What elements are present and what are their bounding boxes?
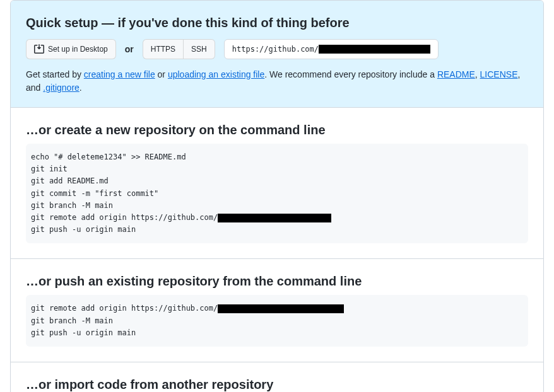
ssh-button[interactable]: SSH	[184, 39, 215, 59]
redacted-remote-url	[218, 214, 331, 222]
code-line: git branch -M main	[31, 200, 523, 212]
code-line: git push -u origin main	[31, 224, 523, 236]
setup-desktop-button[interactable]: Set up in Desktop	[26, 39, 116, 59]
clone-url-prefix: https://github.com/	[232, 43, 319, 55]
setup-controls-row: Set up in Desktop or HTTPS SSH https://g…	[26, 39, 528, 59]
code-line: echo "# deleteme1234" >> README.md	[31, 151, 523, 163]
setup-desktop-label: Set up in Desktop	[48, 43, 108, 55]
redacted-url	[319, 45, 430, 54]
gitignore-link[interactable]: .gitignore	[43, 83, 80, 93]
code-line: git push -u origin main	[31, 327, 523, 339]
or-text: or	[125, 44, 134, 54]
https-button[interactable]: HTTPS	[143, 39, 184, 59]
setup-help-text: Get started by creating a new file or up…	[26, 68, 528, 95]
readme-link[interactable]: README	[437, 69, 475, 79]
quick-setup-panel: Quick setup — if you've done this kind o…	[11, 1, 543, 107]
quick-setup-title: Quick setup — if you've done this kind o…	[26, 16, 528, 30]
clone-url-input[interactable]: https://github.com/	[224, 39, 439, 59]
create-file-link[interactable]: creating a new file	[84, 69, 155, 79]
create-repo-section: …or create a new repository on the comma…	[11, 107, 543, 258]
desktop-download-icon	[34, 44, 44, 54]
code-line: git branch -M main	[31, 315, 523, 327]
code-line: git commit -m "first commit"	[31, 188, 523, 200]
create-repo-code[interactable]: echo "# deleteme1234" >> README.md git i…	[26, 144, 528, 243]
upload-file-link[interactable]: uploading an existing file	[168, 69, 264, 79]
push-repo-section: …or push an existing repository from the…	[11, 258, 543, 362]
redacted-remote-url	[218, 304, 344, 313]
license-link[interactable]: LICENSE	[480, 69, 518, 79]
code-line: git remote add origin https://github.com…	[31, 212, 523, 224]
import-section: …or import code from another repository …	[11, 362, 543, 392]
import-title: …or import code from another repository	[26, 378, 528, 392]
push-repo-code[interactable]: git remote add origin https://github.com…	[26, 295, 528, 347]
code-line: git remote add origin https://github.com…	[31, 303, 523, 314]
push-repo-title: …or push an existing repository from the…	[26, 274, 528, 289]
protocol-button-group: HTTPS SSH	[143, 39, 215, 59]
create-repo-title: …or create a new repository on the comma…	[26, 123, 528, 137]
code-line: git init	[31, 163, 523, 175]
code-line: git add README.md	[31, 175, 523, 187]
repo-setup-container: Quick setup — if you've done this kind o…	[10, 0, 544, 392]
